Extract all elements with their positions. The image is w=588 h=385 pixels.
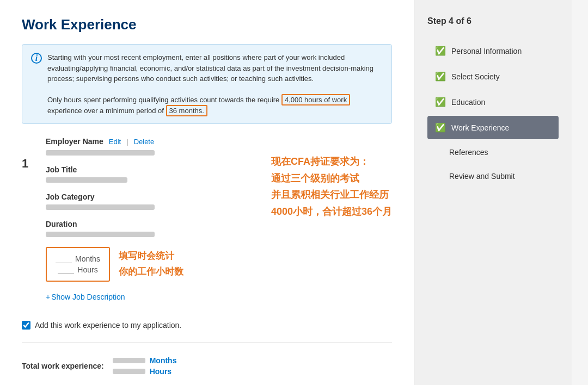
delete-link[interactable]: Delete bbox=[134, 138, 155, 146]
highlight-months: 36 months. bbox=[166, 105, 207, 116]
annotation-line2: 通过三个级别的考试 bbox=[271, 170, 392, 187]
duration-bar bbox=[46, 232, 155, 237]
total-months-unit: Months bbox=[150, 356, 177, 365]
step-label-references: References bbox=[449, 148, 488, 157]
check-icon-education: ✅ bbox=[435, 97, 446, 107]
employer-name-label: Employer Name bbox=[46, 137, 103, 146]
step-label-education: Education bbox=[451, 98, 485, 107]
step-label-work: Work Experience bbox=[451, 123, 509, 132]
step-title: Step 4 of 6 bbox=[427, 16, 559, 26]
annotation-duration: 填写时会统计 你的工作小时数 bbox=[119, 249, 183, 280]
check-icon-work: ✅ bbox=[435, 122, 446, 133]
show-job-container: +Show Job Description bbox=[46, 290, 255, 310]
checkbox-label: Add this work experience to my applicati… bbox=[35, 321, 181, 330]
job-category-value bbox=[46, 204, 155, 210]
show-job-description-link[interactable]: +Show Job Description bbox=[46, 293, 125, 301]
edit-link[interactable]: Edit bbox=[109, 138, 121, 146]
months-label: Months bbox=[75, 254, 100, 263]
sidebar-item-review-submit[interactable]: Review and Submit bbox=[427, 165, 559, 187]
total-hours-unit: Hours bbox=[150, 367, 171, 376]
employer-header: Employer Name Edit | Delete bbox=[46, 137, 255, 146]
plus-icon: + bbox=[46, 293, 50, 301]
divider bbox=[22, 343, 392, 343]
info-text-part3: experience over a minimum period of bbox=[47, 107, 164, 115]
employer-name-value bbox=[46, 150, 155, 156]
employer-entry: 1 Employer Name Edit | Delete Job Title … bbox=[22, 137, 392, 310]
job-title-section: Job Title bbox=[46, 165, 255, 183]
hours-label: Hours bbox=[77, 265, 97, 274]
total-hours-row: Hours bbox=[113, 367, 177, 376]
total-months-row: Months bbox=[113, 356, 177, 365]
check-icon-personal: ✅ bbox=[435, 46, 446, 56]
duration-section: Duration Months Hours bbox=[46, 220, 255, 282]
add-experience-checkbox[interactable] bbox=[22, 321, 30, 330]
annotation-duration-line1: 填写时会统计 bbox=[119, 249, 183, 264]
total-months-blurred bbox=[113, 358, 145, 363]
page-title: Work Experience bbox=[22, 16, 392, 33]
sidebar: Step 4 of 6 ✅ Personal Information ✅ Sel… bbox=[414, 0, 572, 385]
info-text: Starting with your most recent employmen… bbox=[47, 52, 383, 116]
total-hours-blurred bbox=[113, 369, 145, 374]
duration-input-box: Months Hours bbox=[46, 247, 110, 282]
step-label-personal: Personal Information bbox=[451, 47, 522, 55]
sidebar-item-education[interactable]: ✅ Education bbox=[427, 90, 559, 114]
duration-label: Duration bbox=[46, 220, 255, 228]
annotation-line4: 4000小时，合计超过36个月 bbox=[271, 203, 392, 220]
entry-number: 1 bbox=[22, 157, 35, 310]
step-label-review: Review and Submit bbox=[449, 172, 515, 181]
check-icon-society: ✅ bbox=[435, 71, 446, 82]
job-category-label: Job Category bbox=[46, 192, 255, 201]
info-box: i Starting with your most recent employm… bbox=[22, 44, 392, 124]
info-text-part1: Starting with your most recent employmen… bbox=[47, 53, 373, 83]
job-title-value bbox=[46, 177, 127, 183]
months-input[interactable] bbox=[56, 254, 72, 263]
hours-input[interactable] bbox=[58, 265, 74, 274]
sidebar-item-work-experience[interactable]: ✅ Work Experience bbox=[427, 116, 559, 139]
duration-row: Months Hours 填写时会统计 你的工作小时数 bbox=[46, 247, 255, 282]
annotation-main: 现在CFA持证要求为： 通过三个级别的考试 并且累积相关行业工作经历 4000小… bbox=[271, 153, 392, 310]
duration-hours-line: Hours bbox=[58, 264, 97, 275]
annotation-line1: 现在CFA持证要求为： bbox=[271, 153, 392, 170]
checkbox-row: Add this work experience to my applicati… bbox=[22, 321, 392, 330]
duration-months-line: Months bbox=[56, 253, 100, 264]
separator: | bbox=[126, 138, 128, 146]
info-icon: i bbox=[31, 53, 42, 64]
info-text-part2: Only hours spent performing qualifying a… bbox=[47, 96, 279, 104]
total-row: Total work experience: Months Hours bbox=[22, 352, 392, 380]
total-label: Total work experience: bbox=[22, 362, 104, 370]
sidebar-item-select-society[interactable]: ✅ Select Society bbox=[427, 65, 559, 88]
annotation-duration-line2: 你的工作小时数 bbox=[119, 264, 183, 280]
job-title-label: Job Title bbox=[46, 165, 255, 174]
annotation-line3: 并且累积相关行业工作经历 bbox=[271, 187, 392, 203]
sidebar-item-references[interactable]: References bbox=[427, 141, 559, 163]
total-values: Months Hours bbox=[113, 356, 177, 376]
job-category-section: Job Category bbox=[46, 192, 255, 210]
main-content: Work Experience i Starting with your mos… bbox=[0, 0, 414, 385]
highlight-hours: 4,000 hours of work bbox=[281, 94, 350, 105]
sidebar-item-personal-info[interactable]: ✅ Personal Information bbox=[427, 39, 559, 63]
entry-fields: Employer Name Edit | Delete Job Title Jo… bbox=[46, 137, 255, 310]
step-label-society: Select Society bbox=[451, 72, 500, 81]
